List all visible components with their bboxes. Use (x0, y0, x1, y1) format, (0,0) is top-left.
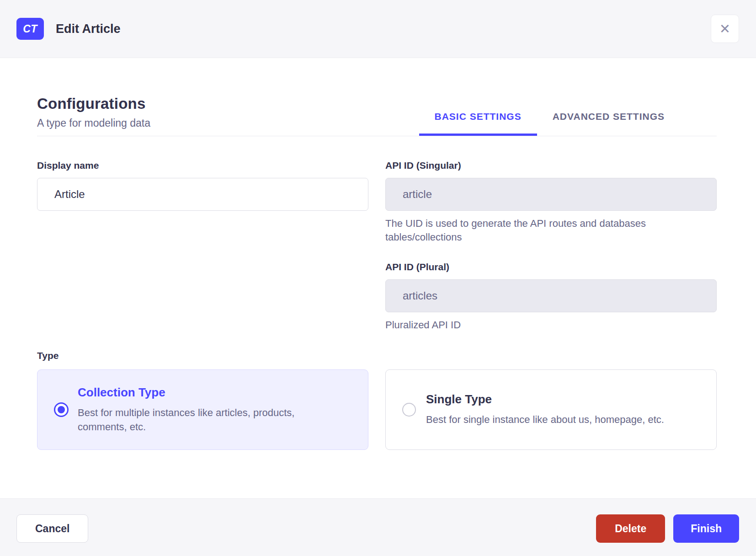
api-id-plural-field: API ID (Plural) Pluralized API ID (385, 262, 717, 332)
api-id-singular-input (385, 178, 717, 211)
api-id-plural-input (385, 279, 717, 312)
modal-body: Configurations A type for modeling data … (0, 58, 756, 498)
type-cards: Collection Type Best for multiple instan… (37, 369, 717, 450)
modal-header: CT Edit Article ✕ (0, 0, 756, 58)
radio-option-collection-type[interactable]: Collection Type Best for multiple instan… (37, 369, 368, 450)
api-id-singular-field: API ID (Singular) The UID is used to gen… (385, 160, 717, 245)
settings-tabs: BASIC SETTINGS ADVANCED SETTINGS (419, 111, 680, 136)
api-id-singular-hint: The UID is used to generate the API rout… (385, 217, 717, 245)
delete-button[interactable]: Delete (596, 514, 665, 543)
form-right-column: API ID (Singular) The UID is used to gen… (385, 160, 717, 332)
modal-title: Edit Article (56, 22, 121, 36)
finish-button[interactable]: Finish (673, 514, 739, 543)
collection-type-text: Collection Type Best for multiple instan… (78, 385, 334, 434)
form-left-column: Display name (37, 160, 368, 332)
configuration-form: Display name API ID (Singular) The UID i… (37, 160, 717, 332)
footer-actions: Delete Finish (596, 514, 739, 543)
close-icon: ✕ (719, 22, 730, 36)
cancel-button[interactable]: Cancel (16, 514, 88, 543)
api-id-plural-hint: Pluralized API ID (385, 318, 717, 332)
tab-advanced-settings[interactable]: ADVANCED SETTINGS (537, 111, 680, 136)
single-type-title: Single Type (426, 392, 664, 406)
page-title: Configurations (37, 95, 150, 112)
tab-basic-settings[interactable]: BASIC SETTINGS (419, 111, 537, 136)
api-id-plural-label: API ID (Plural) (385, 262, 717, 273)
page-subtitle: A type for modeling data (37, 117, 150, 129)
edit-content-type-modal: CT Edit Article ✕ Configurations A type … (0, 0, 756, 556)
type-section: Type Collection Type Best for multiple i… (37, 350, 717, 477)
display-name-field: Display name (37, 160, 368, 211)
collection-type-radio[interactable] (54, 402, 69, 417)
close-button[interactable]: ✕ (711, 15, 739, 43)
section-head: Configurations A type for modeling data … (37, 95, 717, 136)
single-type-description: Best for single instance like about us, … (426, 412, 664, 427)
radio-option-single-type[interactable]: Single Type Best for single instance lik… (385, 369, 717, 450)
type-label: Type (37, 350, 717, 361)
modal-footer: Cancel Delete Finish (0, 498, 756, 556)
single-type-radio[interactable] (402, 403, 416, 417)
section-titles: Configurations A type for modeling data (37, 95, 150, 136)
api-id-singular-label: API ID (Singular) (385, 160, 717, 171)
display-name-label: Display name (37, 160, 368, 171)
single-type-text: Single Type Best for single instance lik… (426, 392, 664, 427)
display-name-input[interactable] (37, 178, 368, 211)
collection-type-title: Collection Type (78, 385, 334, 400)
content-type-badge-icon: CT (16, 18, 44, 40)
collection-type-description: Best for multiple instances like article… (78, 406, 334, 434)
